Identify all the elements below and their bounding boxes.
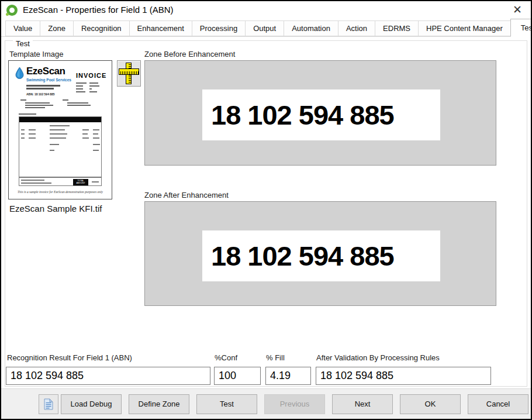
ezescan-app-icon [6,5,18,16]
next-button[interactable]: Next [332,394,393,414]
invoice-row-line [82,133,88,135]
window-title: EzeScan - Properties for Field 1 (ABN) [23,1,174,19]
ok-button[interactable]: OK [400,394,461,414]
tab-zone[interactable]: Zone [40,20,74,36]
invoice-row-line [29,129,36,130]
invoice-row-line [21,129,25,130]
recognition-result-input[interactable] [6,367,210,385]
invoice-meta-label [76,88,83,89]
invoice-row-line [93,137,99,139]
tab-edrms[interactable]: EDRMS [375,20,419,36]
invoice-soldto-line [25,102,50,104]
invoice-row-line [21,133,25,135]
invoice-total-row: TOTAL AMOUNT [19,177,102,186]
tab-hpe-content-manager[interactable]: HPE Content Manager [418,20,511,36]
invoice-row-line [93,129,99,130]
conf-label: %Conf [215,353,237,362]
invoice-meta-value [89,85,99,87]
invoice-total-label: TOTAL AMOUNT [73,179,88,185]
invoice-row-line [29,137,36,139]
validation-result-input[interactable] [316,367,491,385]
recognition-result-label: Recognition Result For Field 1 (ABN) [7,353,132,362]
invoice-row-line [82,137,89,139]
groupbox-label: Test [13,39,33,48]
invoice-row-line [29,133,36,135]
properties-dialog: EzeScan - Properties for Field 1 (ABN) ✕… [0,0,532,420]
test-tab-page: Test Template Image Zone Before Enhancem… [1,37,531,390]
invoice-gst-value [93,150,99,151]
invoice-soldto-line [25,107,45,108]
ruler-button[interactable] [117,60,141,87]
footer-button-bar: Load DebugDefine ZoneTestPreviousNextOKC… [1,388,531,419]
template-filename: EzeScan Sample KFI.tif [9,204,102,214]
previous-button[interactable]: Previous [264,394,325,414]
tab-enhancement[interactable]: Enhancement [129,20,192,36]
zone-after-preview: 18 102 594 885 [144,201,496,306]
zone-before-label: Zone Before Enhancement [144,50,235,58]
tab-bar: ValueZoneRecognitionEnhancementProcessin… [1,19,531,37]
tab-action[interactable]: Action [338,20,375,36]
validation-label: After Validation By Processing Rules [316,353,440,362]
invoice-brand: EzeScan [26,66,65,77]
invoice-meta-label [76,85,83,87]
tab-recognition[interactable]: Recognition [73,20,130,36]
invoice-address-line [26,85,60,87]
invoice-abn-line: ABN: 18 102 594 885 [26,92,55,96]
fill-input[interactable] [265,367,311,385]
ruler-icon [119,68,139,75]
invoice-meta-value [89,91,97,92]
document-icon [44,398,53,410]
title-bar: EzeScan - Properties for Field 1 (ABN) ✕ [1,1,531,19]
invoice-terms-line [21,183,51,184]
invoice-row-line [50,129,65,130]
invoice-total-value [92,181,99,183]
zone-after-value: 18 102 594 885 [202,230,440,281]
template-image-label: Template Image [9,50,64,58]
zone-before-preview: 18 102 594 885 [144,60,496,166]
conf-input[interactable] [214,367,261,385]
cancel-button[interactable]: Cancel [468,394,528,414]
close-icon[interactable]: ✕ [509,2,526,18]
load-debug-button[interactable]: Load Debug [61,394,122,414]
invoice-row-line [93,133,98,135]
water-drop-icon [15,67,24,79]
tab-automation[interactable]: Automation [284,20,338,36]
invoice-line-table [19,116,102,177]
invoice-caption: This is a sample invoice for EzeScan dem… [9,190,112,194]
tab-test[interactable]: Test [510,19,532,37]
invoice-row-line [50,125,70,126]
test-button[interactable]: Test [196,394,257,414]
invoice-gst-line [50,150,54,151]
invoice-row-line [50,137,66,139]
invoice-tagline: Swimming Pool Services [26,78,71,82]
invoice-subtotal-line [50,144,59,145]
tab-processing[interactable]: Processing [192,20,246,36]
tab-output[interactable]: Output [245,20,284,36]
define-zone-button[interactable]: Define Zone [129,394,189,414]
invoice-meta-value [89,88,92,89]
invoice-shipto-line [67,105,91,106]
invoice-shipto-label [63,99,68,101]
template-image-thumbnail[interactable]: EzeScan INVOICE Swimming Pool Services A… [8,60,112,199]
invoice-doc-title: INVOICE [76,72,106,79]
invoice-table-header [19,117,101,122]
invoice-row-line [50,133,67,135]
invoice-terms-line [21,180,44,181]
invoice-subtotal-value [93,144,100,145]
invoice-meta-value [89,82,98,84]
invoice-ref-line [19,113,36,115]
invoice-shipto-line [67,102,88,104]
invoice-row-line [82,129,89,130]
tab-value[interactable]: Value [5,20,40,36]
invoice-row-line [21,137,25,139]
zone-after-label: Zone After Enhancement [144,191,229,199]
invoice-meta-label [76,82,87,84]
invoice-soldto-label [20,99,26,101]
document-icon-button[interactable] [39,394,58,414]
invoice-soldto-line [25,105,53,106]
fill-label: % Fill [266,353,285,362]
zone-before-value: 18 102 594 885 [202,89,440,140]
invoice-meta-label [76,91,85,92]
invoice-phone-line [26,88,54,89]
